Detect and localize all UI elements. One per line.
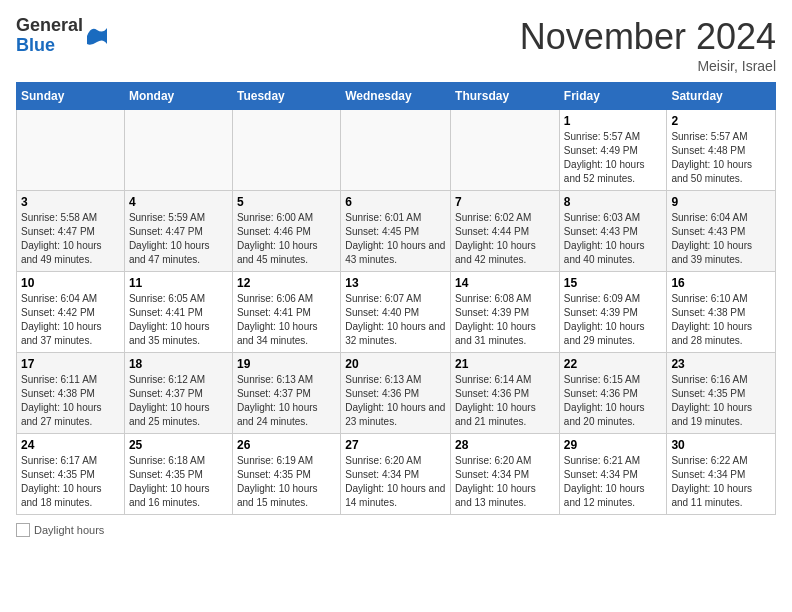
day-number: 4 (129, 195, 228, 209)
calendar-day-header: Wednesday (341, 83, 451, 110)
day-number: 16 (671, 276, 771, 290)
calendar-cell: 15Sunrise: 6:09 AM Sunset: 4:39 PM Dayli… (559, 272, 667, 353)
calendar-cell: 25Sunrise: 6:18 AM Sunset: 4:35 PM Dayli… (124, 434, 232, 515)
calendar-cell: 6Sunrise: 6:01 AM Sunset: 4:45 PM Daylig… (341, 191, 451, 272)
calendar-day-header: Sunday (17, 83, 125, 110)
calendar-cell: 18Sunrise: 6:12 AM Sunset: 4:37 PM Dayli… (124, 353, 232, 434)
calendar-cell: 19Sunrise: 6:13 AM Sunset: 4:37 PM Dayli… (232, 353, 340, 434)
calendar-cell: 12Sunrise: 6:06 AM Sunset: 4:41 PM Dayli… (232, 272, 340, 353)
day-number: 19 (237, 357, 336, 371)
calendar-cell (232, 110, 340, 191)
day-number: 13 (345, 276, 446, 290)
calendar-cell: 14Sunrise: 6:08 AM Sunset: 4:39 PM Dayli… (451, 272, 560, 353)
day-number: 11 (129, 276, 228, 290)
calendar-week-row: 10Sunrise: 6:04 AM Sunset: 4:42 PM Dayli… (17, 272, 776, 353)
calendar-week-row: 1Sunrise: 5:57 AM Sunset: 4:49 PM Daylig… (17, 110, 776, 191)
day-info: Sunrise: 6:20 AM Sunset: 4:34 PM Dayligh… (345, 454, 446, 510)
day-info: Sunrise: 6:17 AM Sunset: 4:35 PM Dayligh… (21, 454, 120, 510)
calendar-cell: 1Sunrise: 5:57 AM Sunset: 4:49 PM Daylig… (559, 110, 667, 191)
calendar-cell: 8Sunrise: 6:03 AM Sunset: 4:43 PM Daylig… (559, 191, 667, 272)
day-number: 14 (455, 276, 555, 290)
day-info: Sunrise: 6:07 AM Sunset: 4:40 PM Dayligh… (345, 292, 446, 348)
calendar-cell: 11Sunrise: 6:05 AM Sunset: 4:41 PM Dayli… (124, 272, 232, 353)
calendar-cell: 16Sunrise: 6:10 AM Sunset: 4:38 PM Dayli… (667, 272, 776, 353)
calendar-cell (124, 110, 232, 191)
page-header: General Blue November 2024 Meisir, Israe… (16, 16, 776, 74)
calendar-cell: 23Sunrise: 6:16 AM Sunset: 4:35 PM Dayli… (667, 353, 776, 434)
calendar-footer: Daylight hours (16, 523, 776, 537)
day-info: Sunrise: 6:22 AM Sunset: 4:34 PM Dayligh… (671, 454, 771, 510)
calendar-week-row: 3Sunrise: 5:58 AM Sunset: 4:47 PM Daylig… (17, 191, 776, 272)
logo-icon (85, 24, 109, 48)
day-info: Sunrise: 6:06 AM Sunset: 4:41 PM Dayligh… (237, 292, 336, 348)
day-info: Sunrise: 6:21 AM Sunset: 4:34 PM Dayligh… (564, 454, 663, 510)
calendar-cell: 21Sunrise: 6:14 AM Sunset: 4:36 PM Dayli… (451, 353, 560, 434)
calendar-cell: 3Sunrise: 5:58 AM Sunset: 4:47 PM Daylig… (17, 191, 125, 272)
day-number: 27 (345, 438, 446, 452)
day-number: 24 (21, 438, 120, 452)
calendar-cell: 20Sunrise: 6:13 AM Sunset: 4:36 PM Dayli… (341, 353, 451, 434)
calendar-cell: 10Sunrise: 6:04 AM Sunset: 4:42 PM Dayli… (17, 272, 125, 353)
calendar-cell (341, 110, 451, 191)
day-number: 17 (21, 357, 120, 371)
calendar-cell: 30Sunrise: 6:22 AM Sunset: 4:34 PM Dayli… (667, 434, 776, 515)
day-number: 29 (564, 438, 663, 452)
calendar-week-row: 24Sunrise: 6:17 AM Sunset: 4:35 PM Dayli… (17, 434, 776, 515)
location: Meisir, Israel (520, 58, 776, 74)
calendar-cell: 5Sunrise: 6:00 AM Sunset: 4:46 PM Daylig… (232, 191, 340, 272)
calendar-cell (451, 110, 560, 191)
calendar-cell: 17Sunrise: 6:11 AM Sunset: 4:38 PM Dayli… (17, 353, 125, 434)
day-info: Sunrise: 6:08 AM Sunset: 4:39 PM Dayligh… (455, 292, 555, 348)
day-number: 10 (21, 276, 120, 290)
calendar-cell: 13Sunrise: 6:07 AM Sunset: 4:40 PM Dayli… (341, 272, 451, 353)
day-number: 15 (564, 276, 663, 290)
calendar-day-header: Monday (124, 83, 232, 110)
day-info: Sunrise: 6:04 AM Sunset: 4:43 PM Dayligh… (671, 211, 771, 267)
day-info: Sunrise: 5:58 AM Sunset: 4:47 PM Dayligh… (21, 211, 120, 267)
calendar-cell: 2Sunrise: 5:57 AM Sunset: 4:48 PM Daylig… (667, 110, 776, 191)
calendar-day-header: Thursday (451, 83, 560, 110)
calendar-cell: 28Sunrise: 6:20 AM Sunset: 4:34 PM Dayli… (451, 434, 560, 515)
day-number: 5 (237, 195, 336, 209)
day-number: 6 (345, 195, 446, 209)
day-info: Sunrise: 6:00 AM Sunset: 4:46 PM Dayligh… (237, 211, 336, 267)
logo: General Blue (16, 16, 109, 56)
day-info: Sunrise: 5:57 AM Sunset: 4:48 PM Dayligh… (671, 130, 771, 186)
day-info: Sunrise: 6:16 AM Sunset: 4:35 PM Dayligh… (671, 373, 771, 429)
calendar-cell: 24Sunrise: 6:17 AM Sunset: 4:35 PM Dayli… (17, 434, 125, 515)
calendar-day-header: Friday (559, 83, 667, 110)
calendar-cell (17, 110, 125, 191)
calendar-week-row: 17Sunrise: 6:11 AM Sunset: 4:38 PM Dayli… (17, 353, 776, 434)
title-section: November 2024 Meisir, Israel (520, 16, 776, 74)
logo-general-text: General (16, 16, 83, 36)
day-number: 2 (671, 114, 771, 128)
calendar-cell: 9Sunrise: 6:04 AM Sunset: 4:43 PM Daylig… (667, 191, 776, 272)
day-number: 22 (564, 357, 663, 371)
day-number: 30 (671, 438, 771, 452)
calendar-cell: 22Sunrise: 6:15 AM Sunset: 4:36 PM Dayli… (559, 353, 667, 434)
daylight-label: Daylight hours (34, 524, 104, 536)
day-number: 9 (671, 195, 771, 209)
calendar-cell: 27Sunrise: 6:20 AM Sunset: 4:34 PM Dayli… (341, 434, 451, 515)
logo-blue-text: Blue (16, 36, 83, 56)
day-number: 26 (237, 438, 336, 452)
day-info: Sunrise: 6:13 AM Sunset: 4:37 PM Dayligh… (237, 373, 336, 429)
day-info: Sunrise: 6:15 AM Sunset: 4:36 PM Dayligh… (564, 373, 663, 429)
day-number: 28 (455, 438, 555, 452)
day-number: 8 (564, 195, 663, 209)
day-info: Sunrise: 6:02 AM Sunset: 4:44 PM Dayligh… (455, 211, 555, 267)
day-info: Sunrise: 6:20 AM Sunset: 4:34 PM Dayligh… (455, 454, 555, 510)
day-info: Sunrise: 6:01 AM Sunset: 4:45 PM Dayligh… (345, 211, 446, 267)
calendar-cell: 26Sunrise: 6:19 AM Sunset: 4:35 PM Dayli… (232, 434, 340, 515)
day-number: 1 (564, 114, 663, 128)
calendar-day-header: Saturday (667, 83, 776, 110)
day-info: Sunrise: 6:13 AM Sunset: 4:36 PM Dayligh… (345, 373, 446, 429)
day-number: 12 (237, 276, 336, 290)
day-info: Sunrise: 6:11 AM Sunset: 4:38 PM Dayligh… (21, 373, 120, 429)
calendar-cell: 29Sunrise: 6:21 AM Sunset: 4:34 PM Dayli… (559, 434, 667, 515)
daylight-box-icon (16, 523, 30, 537)
day-info: Sunrise: 5:57 AM Sunset: 4:49 PM Dayligh… (564, 130, 663, 186)
day-number: 21 (455, 357, 555, 371)
day-number: 25 (129, 438, 228, 452)
day-info: Sunrise: 6:19 AM Sunset: 4:35 PM Dayligh… (237, 454, 336, 510)
